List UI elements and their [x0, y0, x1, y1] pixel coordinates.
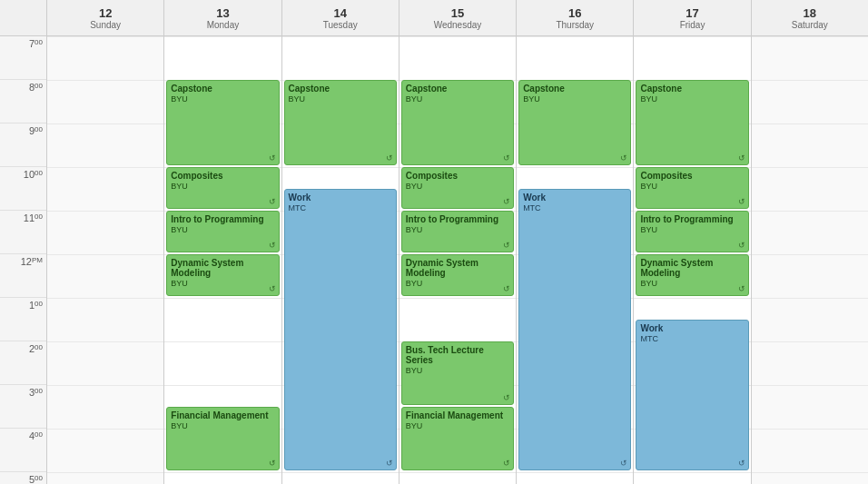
event-capstone[interactable]: CapstoneBYU↺	[401, 80, 514, 165]
calendar-week-view: 7008009001000110012PM100200300400500 12S…	[0, 0, 868, 484]
time-label-2: 200	[0, 341, 46, 385]
event-capstone[interactable]: CapstoneBYU↺	[518, 80, 631, 165]
hour-line	[47, 80, 163, 81]
event-icon: ↺	[738, 284, 745, 293]
day-name: Tuesday	[323, 20, 358, 30]
hour-line	[47, 472, 163, 473]
day-number: 12	[99, 6, 112, 20]
day-column-thursday: 16ThursdayCapstoneBYU↺WorkMTC↺	[517, 0, 634, 484]
day-body-wednesday: CapstoneBYU↺CompositesBYU↺Intro to Progr…	[399, 36, 516, 484]
event-subtitle: BYU	[640, 279, 657, 288]
hour-line	[752, 36, 868, 37]
day-body-sunday	[47, 36, 163, 484]
event-title: Intro to Programming	[640, 214, 733, 224]
day-column-saturday: 18Saturday	[752, 0, 868, 484]
hour-line	[282, 36, 399, 37]
time-header	[0, 0, 46, 36]
event-icon: ↺	[503, 241, 510, 250]
event-title: Financial Management	[171, 410, 268, 420]
event-subtitle: BYU	[289, 94, 306, 104]
hour-line	[47, 167, 163, 168]
event-capstone[interactable]: CapstoneBYU↺	[636, 80, 748, 165]
hour-line	[752, 211, 868, 212]
hour-line	[164, 472, 281, 473]
time-column: 7008009001000110012PM100200300400500	[0, 0, 47, 484]
day-header-sunday: 12Sunday	[47, 0, 163, 36]
event-icon: ↺	[503, 459, 510, 468]
event-title: Intro to Programming	[406, 214, 498, 224]
event-subtitle: BYU	[406, 225, 423, 234]
day-name: Monday	[207, 20, 240, 30]
time-label-10: 1000	[0, 167, 46, 211]
event-work[interactable]: WorkMTC↺	[284, 189, 397, 470]
day-body-monday: CapstoneBYU↺CompositesBYU↺Intro to Progr…	[164, 36, 281, 484]
hour-line	[47, 123, 163, 124]
event-title: Financial Management	[406, 410, 503, 420]
hour-line	[164, 36, 281, 37]
event-title: Dynamic System Modeling	[171, 258, 243, 278]
day-column-tuesday: 14TuesdayCapstoneBYU↺WorkMTC↺	[282, 0, 399, 484]
event-capstone[interactable]: CapstoneBYU↺	[166, 80, 279, 165]
event-composites[interactable]: CompositesBYU↺	[166, 167, 279, 209]
event-icon: ↺	[620, 459, 627, 468]
day-header-tuesday: 14Tuesday	[282, 0, 399, 36]
day-number: 17	[686, 6, 698, 20]
event-capstone[interactable]: CapstoneBYU↺	[284, 80, 397, 165]
event-subtitle: BYU	[640, 225, 657, 234]
event-financial-management[interactable]: Financial ManagementBYU↺	[166, 407, 279, 470]
day-name: Sunday	[90, 20, 121, 30]
hour-line	[399, 298, 516, 299]
event-title: Capstone	[406, 84, 448, 94]
day-name: Saturday	[792, 20, 828, 30]
day-number: 15	[451, 6, 464, 20]
event-icon: ↺	[269, 153, 276, 163]
hour-line	[517, 167, 633, 168]
event-subtitle: MTC	[289, 203, 307, 212]
hour-line	[634, 298, 750, 299]
hour-line	[164, 298, 281, 299]
event-icon: ↺	[269, 197, 276, 206]
day-header-thursday: 16Thursday	[517, 0, 633, 36]
event-intro-to-programming[interactable]: Intro to ProgrammingBYU↺	[401, 211, 514, 252]
event-dynamic-system-modeling[interactable]: Dynamic System ModelingBYU↺	[401, 254, 514, 296]
event-icon: ↺	[269, 241, 276, 250]
event-work[interactable]: WorkMTC↺	[518, 189, 631, 470]
event-dynamic-system-modeling[interactable]: Dynamic System ModelingBYU↺	[636, 254, 748, 296]
time-label-11: 1100	[0, 211, 46, 254]
event-financial-management[interactable]: Financial ManagementBYU↺	[401, 407, 514, 470]
event-composites[interactable]: CompositesBYU↺	[401, 167, 514, 209]
event-bus.-tech-lecture-series[interactable]: Bus. Tech Lecture SeriesBYU↺	[401, 341, 514, 405]
time-label-7: 700	[0, 36, 46, 80]
day-number: 16	[568, 6, 581, 20]
day-number: 13	[216, 6, 229, 20]
hour-line	[752, 254, 868, 255]
event-subtitle: MTC	[523, 203, 541, 212]
hour-line	[634, 472, 750, 473]
event-intro-to-programming[interactable]: Intro to ProgrammingBYU↺	[166, 211, 279, 252]
hour-line	[164, 385, 281, 386]
event-icon: ↺	[386, 459, 393, 468]
day-header-monday: 13Monday	[164, 0, 281, 36]
event-title: Bus. Tech Lecture Series	[406, 345, 484, 365]
hour-line	[752, 298, 868, 299]
hour-line	[634, 36, 750, 37]
hour-line	[282, 472, 399, 473]
event-icon: ↺	[620, 153, 627, 163]
event-dynamic-system-modeling[interactable]: Dynamic System ModelingBYU↺	[166, 254, 279, 296]
hour-line	[399, 36, 516, 37]
event-title: Composites	[171, 171, 222, 181]
day-name: Friday	[680, 20, 705, 30]
day-body-friday: CapstoneBYU↺CompositesBYU↺Intro to Progr…	[634, 36, 750, 484]
event-title: Work	[523, 193, 546, 202]
hour-line	[752, 385, 868, 386]
event-icon: ↺	[269, 284, 276, 293]
event-intro-to-programming[interactable]: Intro to ProgrammingBYU↺	[636, 211, 748, 252]
day-body-saturday	[752, 36, 868, 484]
day-header-friday: 17Friday	[634, 0, 750, 36]
hour-line	[517, 36, 633, 37]
hour-line	[752, 123, 868, 124]
event-composites[interactable]: CompositesBYU↺	[636, 167, 748, 209]
event-work[interactable]: WorkMTC↺	[636, 320, 748, 470]
hour-line	[752, 80, 868, 81]
time-label-5: 500	[0, 472, 46, 484]
